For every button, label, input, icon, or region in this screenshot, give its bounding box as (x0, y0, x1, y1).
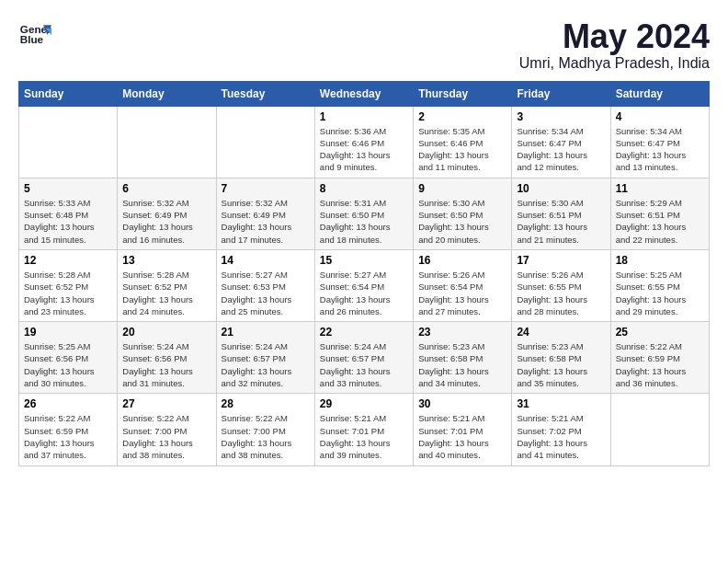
calendar-cell: 6Sunrise: 5:32 AMSunset: 6:49 PMDaylight… (118, 178, 216, 249)
col-header-thursday: Thursday (414, 81, 512, 106)
calendar-cell: 29Sunrise: 5:21 AMSunset: 7:01 PMDayligh… (314, 394, 413, 465)
day-info: Sunrise: 5:33 AMSunset: 6:48 PMDaylight:… (24, 197, 112, 246)
calendar-week-2: 5Sunrise: 5:33 AMSunset: 6:48 PMDaylight… (19, 178, 710, 249)
calendar-cell: 10Sunrise: 5:30 AMSunset: 6:51 PMDayligh… (512, 178, 610, 249)
day-info: Sunrise: 5:28 AMSunset: 6:52 PMDaylight:… (122, 269, 210, 317)
calendar-header-row: SundayMondayTuesdayWednesdayThursdayFrid… (19, 81, 710, 106)
day-info: Sunrise: 5:23 AMSunset: 6:58 PMDaylight:… (517, 340, 605, 389)
calendar-cell: 24Sunrise: 5:23 AMSunset: 6:58 PMDayligh… (512, 322, 610, 394)
day-number: 16 (418, 254, 506, 267)
day-number: 1 (320, 110, 408, 123)
logo: General Blue (18, 18, 51, 52)
day-info: Sunrise: 5:36 AMSunset: 6:46 PMDaylight:… (320, 125, 408, 174)
day-info: Sunrise: 5:22 AMSunset: 6:59 PMDaylight:… (24, 412, 112, 461)
day-number: 28 (222, 397, 310, 410)
day-info: Sunrise: 5:22 AMSunset: 7:00 PMDaylight:… (122, 412, 210, 461)
calendar-cell: 3Sunrise: 5:34 AMSunset: 6:47 PMDaylight… (512, 106, 610, 178)
day-info: Sunrise: 5:30 AMSunset: 6:50 PMDaylight:… (418, 197, 506, 246)
calendar-cell: 11Sunrise: 5:29 AMSunset: 6:51 PMDayligh… (610, 178, 709, 249)
calendar-cell: 20Sunrise: 5:24 AMSunset: 6:56 PMDayligh… (118, 322, 216, 394)
day-info: Sunrise: 5:25 AMSunset: 6:56 PMDaylight:… (24, 340, 112, 389)
calendar-cell: 15Sunrise: 5:27 AMSunset: 6:54 PMDayligh… (314, 249, 413, 321)
calendar-cell: 17Sunrise: 5:26 AMSunset: 6:55 PMDayligh… (512, 249, 610, 321)
calendar-cell: 23Sunrise: 5:23 AMSunset: 6:58 PMDayligh… (414, 322, 512, 394)
day-number: 8 (320, 182, 408, 195)
calendar-cell: 22Sunrise: 5:24 AMSunset: 6:57 PMDayligh… (314, 322, 413, 394)
calendar-cell: 2Sunrise: 5:35 AMSunset: 6:46 PMDaylight… (414, 106, 512, 178)
col-header-wednesday: Wednesday (314, 81, 413, 106)
col-header-saturday: Saturday (610, 81, 709, 106)
day-info: Sunrise: 5:22 AMSunset: 6:59 PMDaylight:… (616, 340, 704, 389)
calendar-table: SundayMondayTuesdayWednesdayThursdayFrid… (18, 81, 710, 466)
day-info: Sunrise: 5:27 AMSunset: 6:54 PMDaylight:… (320, 269, 408, 317)
day-info: Sunrise: 5:31 AMSunset: 6:50 PMDaylight:… (320, 197, 408, 246)
day-number: 30 (418, 397, 506, 410)
logo-icon: General Blue (18, 18, 51, 52)
calendar-cell: 26Sunrise: 5:22 AMSunset: 6:59 PMDayligh… (19, 394, 118, 465)
day-info: Sunrise: 5:34 AMSunset: 6:47 PMDaylight:… (616, 125, 704, 174)
calendar-cell: 9Sunrise: 5:30 AMSunset: 6:50 PMDaylight… (414, 178, 512, 249)
day-number: 20 (122, 326, 210, 339)
day-number: 17 (517, 254, 605, 267)
day-number: 12 (24, 254, 112, 267)
day-info: Sunrise: 5:23 AMSunset: 6:58 PMDaylight:… (418, 340, 506, 389)
day-number: 23 (418, 326, 506, 339)
day-number: 29 (320, 397, 408, 410)
calendar-cell (610, 394, 709, 465)
calendar-cell: 18Sunrise: 5:25 AMSunset: 6:55 PMDayligh… (610, 249, 709, 321)
calendar-cell: 16Sunrise: 5:26 AMSunset: 6:54 PMDayligh… (414, 249, 512, 321)
calendar-cell (19, 106, 118, 178)
day-info: Sunrise: 5:29 AMSunset: 6:51 PMDaylight:… (616, 197, 704, 246)
day-info: Sunrise: 5:35 AMSunset: 6:46 PMDaylight:… (418, 125, 506, 174)
calendar-cell (216, 106, 314, 178)
col-header-monday: Monday (118, 81, 216, 106)
day-number: 18 (616, 254, 704, 267)
calendar-cell (118, 106, 216, 178)
day-number: 26 (24, 397, 112, 410)
day-info: Sunrise: 5:25 AMSunset: 6:55 PMDaylight:… (616, 269, 704, 317)
calendar-cell: 21Sunrise: 5:24 AMSunset: 6:57 PMDayligh… (216, 322, 314, 394)
page-subtitle: Umri, Madhya Pradesh, India (519, 55, 710, 72)
calendar-cell: 13Sunrise: 5:28 AMSunset: 6:52 PMDayligh… (118, 249, 216, 321)
day-info: Sunrise: 5:24 AMSunset: 6:56 PMDaylight:… (122, 340, 210, 389)
day-info: Sunrise: 5:21 AMSunset: 7:01 PMDaylight:… (418, 412, 506, 461)
calendar-cell: 8Sunrise: 5:31 AMSunset: 6:50 PMDaylight… (314, 178, 413, 249)
day-number: 9 (418, 182, 506, 195)
day-number: 11 (616, 182, 704, 195)
day-number: 5 (24, 182, 112, 195)
day-number: 21 (222, 326, 310, 339)
page-header: General Blue May 2024 Umri, Madhya Prade… (18, 18, 710, 72)
calendar-cell: 30Sunrise: 5:21 AMSunset: 7:01 PMDayligh… (414, 394, 512, 465)
day-info: Sunrise: 5:24 AMSunset: 6:57 PMDaylight:… (222, 340, 310, 389)
calendar-cell: 25Sunrise: 5:22 AMSunset: 6:59 PMDayligh… (610, 322, 709, 394)
day-info: Sunrise: 5:28 AMSunset: 6:52 PMDaylight:… (24, 269, 112, 317)
calendar-week-5: 26Sunrise: 5:22 AMSunset: 6:59 PMDayligh… (19, 394, 710, 465)
day-number: 25 (616, 326, 704, 339)
day-info: Sunrise: 5:22 AMSunset: 7:00 PMDaylight:… (222, 412, 310, 461)
calendar-cell: 5Sunrise: 5:33 AMSunset: 6:48 PMDaylight… (19, 178, 118, 249)
calendar-cell: 4Sunrise: 5:34 AMSunset: 6:47 PMDaylight… (610, 106, 709, 178)
day-number: 14 (222, 254, 310, 267)
calendar-week-4: 19Sunrise: 5:25 AMSunset: 6:56 PMDayligh… (19, 322, 710, 394)
calendar-cell: 28Sunrise: 5:22 AMSunset: 7:00 PMDayligh… (216, 394, 314, 465)
col-header-tuesday: Tuesday (216, 81, 314, 106)
col-header-friday: Friday (512, 81, 610, 106)
day-info: Sunrise: 5:34 AMSunset: 6:47 PMDaylight:… (517, 125, 605, 174)
day-number: 27 (122, 397, 210, 410)
day-number: 10 (517, 182, 605, 195)
day-info: Sunrise: 5:26 AMSunset: 6:54 PMDaylight:… (418, 269, 506, 317)
day-info: Sunrise: 5:24 AMSunset: 6:57 PMDaylight:… (320, 340, 408, 389)
calendar-cell: 7Sunrise: 5:32 AMSunset: 6:49 PMDaylight… (216, 178, 314, 249)
day-info: Sunrise: 5:30 AMSunset: 6:51 PMDaylight:… (517, 197, 605, 246)
calendar-cell: 31Sunrise: 5:21 AMSunset: 7:02 PMDayligh… (512, 394, 610, 465)
day-info: Sunrise: 5:27 AMSunset: 6:53 PMDaylight:… (222, 269, 310, 317)
day-number: 7 (222, 182, 310, 195)
calendar-week-3: 12Sunrise: 5:28 AMSunset: 6:52 PMDayligh… (19, 249, 710, 321)
day-info: Sunrise: 5:26 AMSunset: 6:55 PMDaylight:… (517, 269, 605, 317)
day-number: 3 (517, 110, 605, 123)
day-number: 2 (418, 110, 506, 123)
calendar-week-1: 1Sunrise: 5:36 AMSunset: 6:46 PMDaylight… (19, 106, 710, 178)
day-number: 6 (122, 182, 210, 195)
calendar-cell: 14Sunrise: 5:27 AMSunset: 6:53 PMDayligh… (216, 249, 314, 321)
calendar-cell: 19Sunrise: 5:25 AMSunset: 6:56 PMDayligh… (19, 322, 118, 394)
